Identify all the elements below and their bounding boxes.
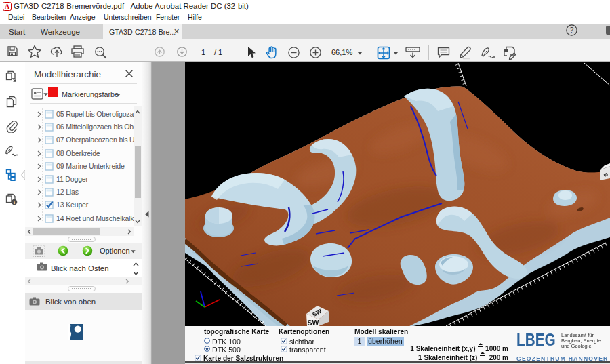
svg-text:?: ? <box>570 26 574 34</box>
svg-text:SW: SW <box>308 319 319 326</box>
svg-text:i: i <box>14 200 15 205</box>
svg-text:A: A <box>5 3 10 10</box>
